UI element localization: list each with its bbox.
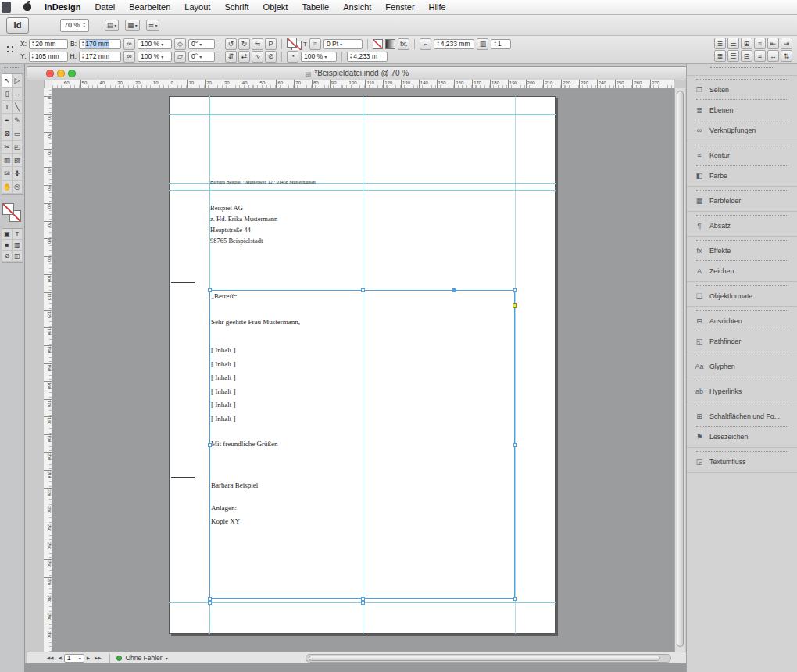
dock-drag-handle[interactable] [710, 67, 774, 72]
selection-handle[interactable] [513, 288, 517, 292]
stepper-icon[interactable]: ▴▾ [32, 53, 34, 60]
control-icon[interactable]: ≣ [714, 50, 726, 62]
panel-button-zeichen[interactable]: AZeichen [687, 264, 797, 277]
fill-swatch[interactable] [287, 38, 297, 48]
control-icon[interactable]: ⇄ [238, 51, 250, 63]
pencil-tool[interactable]: ✎ [13, 114, 23, 127]
menu-layout[interactable]: Layout [177, 2, 217, 12]
stepper-icon[interactable]: ▴▾ [494, 41, 495, 48]
gutter-field[interactable]: ▴▾ 4,233 m [347, 52, 388, 62]
control-icon[interactable]: ⊟ [741, 50, 752, 62]
gradient-swatch-tool[interactable]: ▥ [2, 154, 13, 167]
control-icon[interactable]: ≣ [714, 38, 726, 49]
menu-tabelle[interactable]: Tabelle [295, 2, 336, 12]
free-transform-tool[interactable]: ◰ [13, 141, 23, 154]
horizontal-ruler[interactable]: 7060504030201001020304050607080901001101… [52, 80, 674, 88]
fill-stroke-indicator[interactable] [2, 203, 23, 223]
scissors-tool[interactable]: ✂ [2, 141, 13, 154]
dock-drag-handle[interactable] [4, 67, 20, 72]
horizontal-scrollbar[interactable] [306, 654, 671, 663]
selection-tool[interactable]: ↖ [2, 74, 13, 88]
constrain-proportions-icon[interactable]: ∞ [123, 38, 135, 50]
menu-fenster[interactable]: Fenster [378, 2, 421, 12]
scale-x-field[interactable]: 100 %▾ [138, 39, 172, 49]
pasteboard[interactable]: Barbara Beispiel · Musterweg 12 · 01456 … [52, 88, 674, 652]
selected-text-frame[interactable] [209, 290, 515, 599]
menu-objekt[interactable]: Objekt [256, 2, 295, 12]
panel-button-ebenen[interactable]: ≣Ebenen [687, 103, 797, 116]
stepper-icon[interactable]: ▴▾ [350, 53, 352, 60]
panel-button-farbfelder[interactable]: ▦Farbfelder [687, 194, 797, 207]
columns-field[interactable]: ▴▾ 1 [491, 39, 511, 49]
window-title-bar[interactable]: ▤*Beispieldatei.indd @ 70 % [27, 67, 687, 80]
panel-button-hyperlinks[interactable]: abHyperlinks [687, 384, 797, 398]
panel-button-absatz[interactable]: ¶Absatz [687, 219, 797, 232]
zoom-tool[interactable]: ◎ [13, 181, 23, 194]
pen-tool[interactable]: ✒ [2, 114, 13, 127]
direct-selection-tool[interactable]: ▷ [13, 74, 23, 88]
panel-button-lesezeichen[interactable]: ⚑Lesezeichen [687, 430, 797, 443]
stepper-icon[interactable]: ▴▾ [32, 41, 34, 48]
ruler-origin-corner[interactable] [44, 80, 52, 88]
panel-button-farbe[interactable]: ◧Farbe [687, 169, 797, 182]
view-options-button[interactable]: ▤▾ [105, 20, 120, 31]
apply-gradient-button[interactable]: ▥ [13, 240, 23, 251]
control-icon[interactable]: ↺ [225, 38, 237, 50]
rectangle-frame-tool[interactable]: ⊠ [2, 127, 13, 141]
screen-mode-button[interactable]: ▦▾ [125, 20, 140, 31]
y-position-field[interactable]: ▴▾ 105 mm [29, 52, 68, 62]
panel-button-ausrichten[interactable]: ⊟Ausrichten [687, 314, 797, 327]
panel-button-glyphen[interactable]: AaGlyphen [687, 359, 797, 373]
shear-field[interactable]: 0°▾ [188, 52, 215, 62]
hand-tool[interactable]: ✋ [2, 181, 13, 194]
selection-handle-filled[interactable] [452, 288, 456, 292]
x-position-field[interactable]: ▴▾ 20 mm [29, 39, 68, 49]
width-field[interactable]: ▴▾ 170 mm [79, 39, 121, 49]
control-icon[interactable]: ☰ [727, 38, 739, 49]
selection-handle[interactable] [513, 443, 517, 447]
panel-button-pathfinder[interactable]: ◱Pathfinder [687, 334, 797, 348]
dock-header[interactable] [687, 67, 797, 76]
menu-datei[interactable]: Datei [88, 2, 122, 12]
control-icon[interactable]: ☰ [727, 50, 739, 62]
control-icon[interactable]: ⇥ [781, 38, 792, 49]
menu-app-icon[interactable] [2, 2, 11, 13]
line-tool[interactable]: ╲ [13, 101, 23, 114]
control-icon[interactable]: ≡ [754, 50, 766, 62]
selection-handle[interactable] [361, 288, 365, 292]
apply-none-button[interactable]: ⊘ [2, 251, 13, 262]
control-icon[interactable]: ↔ [767, 50, 779, 62]
panel-button-objektformate[interactable]: ❑Objektformate [687, 289, 797, 302]
corner-edit-handle[interactable] [513, 303, 517, 308]
vertical-ruler[interactable]: 0102030405060708090100110120130140150160… [44, 88, 52, 652]
page-tool[interactable]: ▯ [2, 88, 13, 101]
stepper-icon[interactable]: ▴▾ [82, 53, 84, 60]
selection-handle[interactable] [208, 601, 212, 605]
control-icon[interactable]: ≡ [754, 38, 766, 49]
constrain-proportions-icon[interactable]: ∞ [123, 51, 135, 63]
first-page-button[interactable]: ◀◀ [45, 656, 55, 660]
none-swatch[interactable] [373, 39, 383, 49]
stepper-icon[interactable]: ▴▾ [82, 41, 84, 48]
menu-hilfe[interactable]: Hilfe [422, 2, 453, 12]
vertical-scroll-thumb[interactable] [677, 91, 684, 647]
effects-button[interactable]: fx. [398, 38, 410, 50]
panel-button-textumfluss[interactable]: ◲Textumfluss [687, 455, 797, 468]
page-number-field[interactable]: 1▾ [64, 654, 84, 663]
type-tool[interactable]: T [2, 101, 13, 114]
stroke-weight-field[interactable]: 0 Pt▾ [323, 39, 363, 49]
zoom-level-control[interactable]: 70 % ▴▾ [60, 19, 89, 32]
sender-line-guide-bottom[interactable] [169, 190, 556, 191]
next-page-button[interactable]: ▶ [84, 656, 92, 660]
menu-bearbeiten[interactable]: Bearbeiten [122, 2, 177, 12]
apply-color-button[interactable]: ■ [2, 240, 13, 251]
stepper-icon[interactable]: ▴▾ [84, 22, 85, 29]
panel-button-kontur[interactable]: ≡Kontur [687, 148, 797, 162]
panel-button-schaltfl-chen-und-fo[interactable]: ⊞Schaltflächen und Fo... [687, 409, 797, 423]
selection-handle[interactable] [208, 443, 212, 447]
prev-page-button[interactable]: ◀ [55, 656, 63, 660]
reference-point-proxy[interactable] [5, 44, 16, 55]
selection-handle[interactable] [513, 597, 517, 601]
stepper-icon[interactable]: ▴▾ [437, 41, 438, 48]
height-field[interactable]: ▴▾ 172 mm [79, 52, 121, 62]
